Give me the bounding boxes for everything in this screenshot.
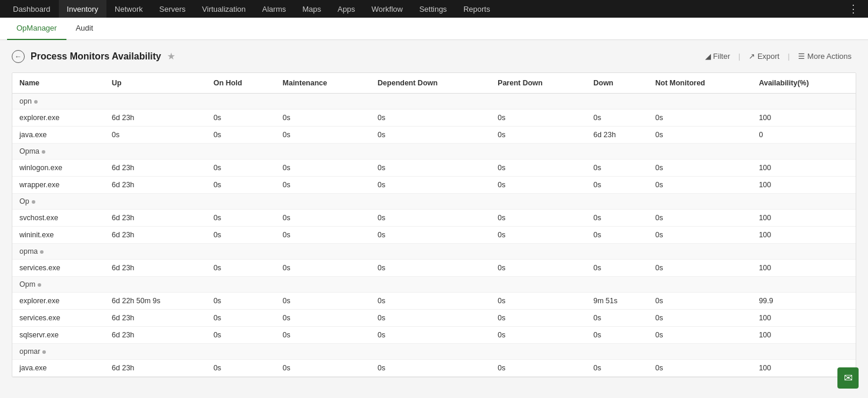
cell-dependent_down: 0s bbox=[370, 210, 490, 227]
export-button[interactable]: ↗ Export bbox=[744, 49, 784, 63]
table-row: explorer.exe6d 23h0s0s0s0s0s0s100 bbox=[12, 110, 856, 127]
cell-down: 9m 51s bbox=[586, 293, 648, 310]
col-parent-down: Parent Down bbox=[490, 73, 586, 94]
group-name: opma bbox=[19, 247, 38, 256]
cell-dependent_down: 0s bbox=[370, 227, 490, 244]
cell-name: services.exe bbox=[12, 310, 105, 327]
nav-settings[interactable]: Settings bbox=[411, 0, 455, 18]
nav-reports[interactable]: Reports bbox=[455, 0, 499, 18]
cell-parent_down: 0s bbox=[490, 227, 586, 244]
cell-parent_down: 0s bbox=[490, 327, 586, 344]
cell-parent_down: 0s bbox=[490, 210, 586, 227]
cell-parent_down: 0s bbox=[490, 110, 586, 127]
cell-down: 0s bbox=[586, 177, 648, 194]
group-dot-icon bbox=[38, 283, 41, 287]
table-row: wrapper.exe6d 23h0s0s0s0s0s0s100 bbox=[12, 177, 856, 194]
page-header-actions: ◢ Filter | ↗ Export | ☰ More Actions bbox=[700, 49, 856, 63]
cell-name: winlogon.exe bbox=[12, 160, 105, 177]
cell-parent_down: 0s bbox=[490, 127, 586, 144]
cell-availability: 100 bbox=[752, 260, 856, 277]
cell-on_hold: 0s bbox=[206, 227, 276, 244]
cell-down: 6d 23h bbox=[586, 127, 648, 144]
chat-button[interactable]: ✉ bbox=[837, 367, 859, 389]
separator-1: | bbox=[738, 52, 740, 61]
cell-maintenance: 0s bbox=[276, 327, 371, 344]
table-row: services.exe6d 23h0s0s0s0s0s0s100 bbox=[12, 260, 856, 277]
back-button[interactable]: ← bbox=[12, 50, 25, 63]
cell-up: 6d 23h bbox=[105, 260, 206, 277]
nav-workflow[interactable]: Workflow bbox=[363, 0, 411, 18]
cell-maintenance: 0s bbox=[276, 210, 371, 227]
sub-navigation: OpManager Audit bbox=[0, 18, 868, 40]
table-row: java.exe6d 23h0s0s0s0s0s0s100 bbox=[12, 360, 856, 377]
cell-maintenance: 0s bbox=[276, 360, 371, 377]
nav-inventory[interactable]: Inventory bbox=[59, 0, 106, 18]
nav-alarms[interactable]: Alarms bbox=[254, 0, 294, 18]
cell-name: java.exe bbox=[12, 127, 105, 144]
cell-availability: 100 bbox=[752, 177, 856, 194]
group-dot-icon bbox=[34, 100, 38, 104]
cell-up: 6d 23h bbox=[105, 310, 206, 327]
cell-name: svchost.exe bbox=[12, 210, 105, 227]
nav-more-icon[interactable]: ⋮ bbox=[843, 2, 863, 15]
nav-maps[interactable]: Maps bbox=[294, 0, 329, 18]
favorite-icon[interactable]: ★ bbox=[167, 51, 175, 62]
export-label: Export bbox=[757, 52, 780, 61]
table-header-row: Name Up On Hold Maintenance Dependent Do… bbox=[12, 73, 856, 94]
data-table-container: Name Up On Hold Maintenance Dependent Do… bbox=[12, 72, 856, 377]
cell-up: 0s bbox=[105, 127, 206, 144]
cell-up: 6d 22h 50m 9s bbox=[105, 293, 206, 310]
process-monitors-table: Name Up On Hold Maintenance Dependent Do… bbox=[12, 73, 856, 377]
cell-dependent_down: 0s bbox=[370, 110, 490, 127]
cell-availability: 99.9 bbox=[752, 293, 856, 310]
cell-name: wrapper.exe bbox=[12, 177, 105, 194]
cell-up: 6d 23h bbox=[105, 327, 206, 344]
table-group-row: opmar bbox=[12, 344, 856, 360]
cell-parent_down: 0s bbox=[490, 293, 586, 310]
page-content: ← Process Monitors Availability ★ ◢ Filt… bbox=[0, 40, 868, 398]
table-row: wininit.exe6d 23h0s0s0s0s0s0s100 bbox=[12, 227, 856, 244]
col-dependent-down: Dependent Down bbox=[370, 73, 490, 94]
table-group-row: opn bbox=[12, 94, 856, 110]
cell-on_hold: 0s bbox=[206, 260, 276, 277]
nav-network[interactable]: Network bbox=[106, 0, 151, 18]
cell-availability: 0 bbox=[752, 127, 856, 144]
more-actions-icon: ☰ bbox=[798, 52, 805, 61]
filter-label: Filter bbox=[713, 52, 730, 61]
more-actions-button[interactable]: ☰ More Actions bbox=[793, 49, 856, 63]
cell-name: explorer.exe bbox=[12, 110, 105, 127]
nav-apps[interactable]: Apps bbox=[329, 0, 363, 18]
cell-up: 6d 23h bbox=[105, 177, 206, 194]
top-navigation: Dashboard Inventory Network Servers Virt… bbox=[0, 0, 868, 18]
filter-button[interactable]: ◢ Filter bbox=[700, 49, 735, 63]
cell-down: 0s bbox=[586, 227, 648, 244]
chat-icon: ✉ bbox=[844, 372, 853, 384]
cell-availability: 100 bbox=[752, 327, 856, 344]
cell-on_hold: 0s bbox=[206, 110, 276, 127]
nav-servers[interactable]: Servers bbox=[151, 0, 194, 18]
cell-on_hold: 0s bbox=[206, 310, 276, 327]
subnav-opmanager[interactable]: OpManager bbox=[7, 18, 66, 40]
cell-up: 6d 23h bbox=[105, 227, 206, 244]
cell-up: 6d 23h bbox=[105, 360, 206, 377]
nav-dashboard[interactable]: Dashboard bbox=[5, 0, 59, 18]
cell-availability: 100 bbox=[752, 227, 856, 244]
subnav-audit[interactable]: Audit bbox=[66, 18, 103, 40]
col-on-hold: On Hold bbox=[206, 73, 276, 94]
cell-not_monitored: 0s bbox=[648, 310, 752, 327]
cell-on_hold: 0s bbox=[206, 360, 276, 377]
nav-virtualization[interactable]: Virtualization bbox=[194, 0, 254, 18]
cell-maintenance: 0s bbox=[276, 227, 371, 244]
table-group-row: opma bbox=[12, 244, 856, 260]
col-maintenance: Maintenance bbox=[276, 73, 371, 94]
filter-icon: ◢ bbox=[705, 52, 711, 61]
col-availability: Availability(%) bbox=[752, 73, 856, 94]
col-name: Name bbox=[12, 73, 105, 94]
cell-up: 6d 23h bbox=[105, 110, 206, 127]
cell-maintenance: 0s bbox=[276, 160, 371, 177]
group-name: opn bbox=[19, 97, 32, 105]
cell-on_hold: 0s bbox=[206, 160, 276, 177]
export-icon: ↗ bbox=[749, 52, 755, 61]
table-row: svchost.exe6d 23h0s0s0s0s0s0s100 bbox=[12, 210, 856, 227]
cell-dependent_down: 0s bbox=[370, 293, 490, 310]
